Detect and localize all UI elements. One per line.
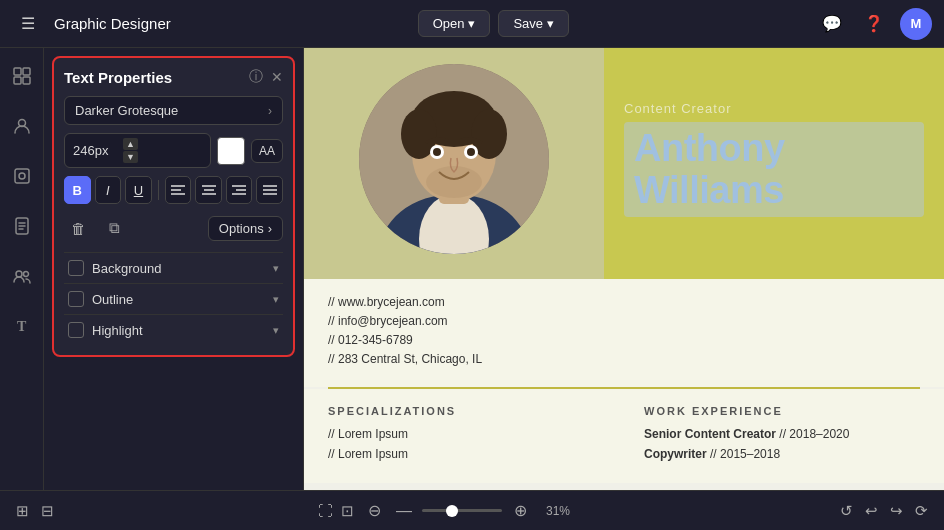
menu-button[interactable]: ☰ bbox=[12, 8, 44, 40]
resume-bottom: SPECIALIZATIONS // Lorem Ipsum // Lorem … bbox=[304, 389, 944, 483]
work-item-2: Copywriter // 2015–2018 bbox=[644, 447, 920, 461]
redo-button[interactable]: ↪ bbox=[890, 502, 903, 520]
font-selector[interactable]: Darker Grotesque › bbox=[64, 96, 283, 125]
background-checkbox[interactable] bbox=[68, 260, 84, 276]
spec-item-2: // Lorem Ipsum bbox=[328, 447, 604, 461]
undo-button[interactable]: ↩ bbox=[865, 502, 878, 520]
sidebar-icon-text[interactable]: T bbox=[6, 310, 38, 342]
size-up-button[interactable]: ▲ bbox=[123, 138, 138, 150]
text-properties-panel: Text Properties ⓘ ✕ Darker Grotesque › ▲… bbox=[44, 48, 304, 490]
zoom-out-button[interactable]: ⊖ bbox=[362, 499, 386, 523]
specializations-col: SPECIALIZATIONS // Lorem Ipsum // Lorem … bbox=[328, 405, 604, 467]
shrink-icon[interactable]: ⊡ bbox=[341, 502, 354, 520]
background-accordion[interactable]: Background ▾ bbox=[64, 252, 283, 283]
topbar: ☰ Graphic Designer Open ▾ Save ▾ 💬 ❓ M bbox=[0, 0, 944, 48]
resume-subtitle: Content Creator bbox=[624, 101, 924, 116]
background-label: Background bbox=[92, 261, 265, 276]
svg-rect-5 bbox=[15, 169, 29, 183]
size-input-wrap: ▲ ▼ bbox=[64, 133, 211, 168]
zoom-control: ⊖ — ⊕ bbox=[362, 499, 532, 523]
outline-accordion[interactable]: Outline ▾ bbox=[64, 283, 283, 314]
topbar-left: ☰ Graphic Designer bbox=[12, 8, 171, 40]
outline-label: Outline bbox=[92, 292, 265, 307]
resume-email: // info@brycejean.com bbox=[328, 314, 920, 328]
format-separator bbox=[158, 180, 159, 200]
topbar-right: 💬 ❓ M bbox=[816, 8, 932, 40]
name-highlight-box: Anthony Williams bbox=[624, 122, 924, 218]
panel-header: Text Properties ⓘ ✕ bbox=[64, 68, 283, 86]
bold-button[interactable]: B bbox=[64, 176, 91, 204]
highlight-label: Highlight bbox=[92, 323, 265, 338]
zoom-slider[interactable] bbox=[422, 509, 502, 512]
align-justify-button[interactable] bbox=[256, 176, 283, 204]
size-row: ▲ ▼ AA bbox=[64, 133, 283, 168]
highlight-chevron-icon: ▾ bbox=[273, 324, 279, 337]
font-name-label: Darker Grotesque bbox=[75, 103, 178, 118]
zoom-dash-button[interactable]: — bbox=[392, 499, 416, 523]
bottom-left: ⊞ ⊟ bbox=[16, 502, 54, 520]
resume-address: // 283 Central St, Chicago, IL bbox=[328, 352, 920, 366]
save-button[interactable]: Save ▾ bbox=[498, 10, 569, 37]
action-row: 🗑 ⧉ Options › bbox=[64, 214, 283, 242]
sidebar-icon-doc[interactable] bbox=[6, 210, 38, 242]
info-icon[interactable]: ⓘ bbox=[249, 68, 263, 86]
duplicate-icon[interactable]: ⧉ bbox=[100, 214, 128, 242]
topbar-center: Open ▾ Save ▾ bbox=[171, 10, 816, 37]
background-chevron-icon: ▾ bbox=[273, 262, 279, 275]
svg-point-9 bbox=[23, 272, 28, 277]
open-button[interactable]: Open ▾ bbox=[418, 10, 491, 37]
layers-icon[interactable]: ⊞ bbox=[16, 502, 29, 520]
svg-point-6 bbox=[19, 173, 25, 179]
sidebar-icon-shape[interactable] bbox=[6, 160, 38, 192]
align-right-button[interactable] bbox=[226, 176, 253, 204]
size-down-button[interactable]: ▼ bbox=[123, 151, 138, 163]
help-button[interactable]: ❓ bbox=[858, 8, 890, 40]
canvas-area[interactable]: Content Creator Anthony Williams // www.… bbox=[304, 48, 944, 490]
expand-icon[interactable]: ⛶ bbox=[318, 502, 333, 519]
zoom-in-button[interactable]: ⊕ bbox=[508, 499, 532, 523]
resume-photo-area bbox=[304, 48, 604, 279]
reset-icon[interactable]: ↺ bbox=[840, 502, 853, 520]
svg-text:T: T bbox=[17, 319, 27, 334]
highlight-checkbox[interactable] bbox=[68, 322, 84, 338]
history-icon[interactable]: ⟳ bbox=[915, 502, 928, 520]
align-left-button[interactable] bbox=[165, 176, 192, 204]
underline-button[interactable]: U bbox=[125, 176, 152, 204]
svg-point-35 bbox=[467, 148, 475, 156]
main-area: T Text Properties ⓘ ✕ Darker Grotesque › bbox=[0, 48, 944, 490]
sidebar-icon-person[interactable] bbox=[6, 110, 38, 142]
grid-icon[interactable]: ⊟ bbox=[41, 502, 54, 520]
panel-header-icons: ⓘ ✕ bbox=[249, 68, 283, 86]
sidebar-icon-grid[interactable] bbox=[6, 60, 38, 92]
panel-box: Text Properties ⓘ ✕ Darker Grotesque › ▲… bbox=[52, 56, 295, 357]
zoom-thumb bbox=[446, 505, 458, 517]
avatar[interactable]: M bbox=[900, 8, 932, 40]
align-center-button[interactable] bbox=[195, 176, 222, 204]
resume-info: // www.brycejean.com // info@brycejean.c… bbox=[304, 279, 944, 387]
specializations-title: SPECIALIZATIONS bbox=[328, 405, 604, 417]
highlight-accordion[interactable]: Highlight ▾ bbox=[64, 314, 283, 345]
svg-rect-0 bbox=[14, 68, 21, 75]
color-swatch[interactable] bbox=[217, 137, 245, 165]
resume-last-name: Williams bbox=[634, 170, 914, 212]
font-size-input[interactable] bbox=[73, 143, 123, 158]
bottom-right: ↺ ↩ ↪ ⟳ bbox=[840, 502, 928, 520]
close-icon[interactable]: ✕ bbox=[271, 69, 283, 85]
sidebar-icon-users[interactable] bbox=[6, 260, 38, 292]
chevron-right-icon: › bbox=[268, 104, 272, 118]
delete-icon[interactable]: 🗑 bbox=[64, 214, 92, 242]
aa-button[interactable]: AA bbox=[251, 139, 283, 163]
resume-name-area: Content Creator Anthony Williams bbox=[604, 48, 944, 279]
italic-button[interactable]: I bbox=[95, 176, 122, 204]
svg-point-8 bbox=[16, 271, 22, 277]
outline-chevron-icon: ▾ bbox=[273, 293, 279, 306]
app-title: Graphic Designer bbox=[54, 15, 171, 32]
message-button[interactable]: 💬 bbox=[816, 8, 848, 40]
options-button[interactable]: Options › bbox=[208, 216, 283, 241]
svg-rect-3 bbox=[23, 77, 30, 84]
svg-point-34 bbox=[433, 148, 441, 156]
work-item-1: Senior Content Creator // 2018–2020 bbox=[644, 427, 920, 441]
bottom-toolbar: ⊞ ⊟ ⛶ ⊡ ⊖ — ⊕ 31% ↺ ↩ ↪ ⟳ bbox=[0, 490, 944, 530]
resume-phone: // 012-345-6789 bbox=[328, 333, 920, 347]
outline-checkbox[interactable] bbox=[68, 291, 84, 307]
